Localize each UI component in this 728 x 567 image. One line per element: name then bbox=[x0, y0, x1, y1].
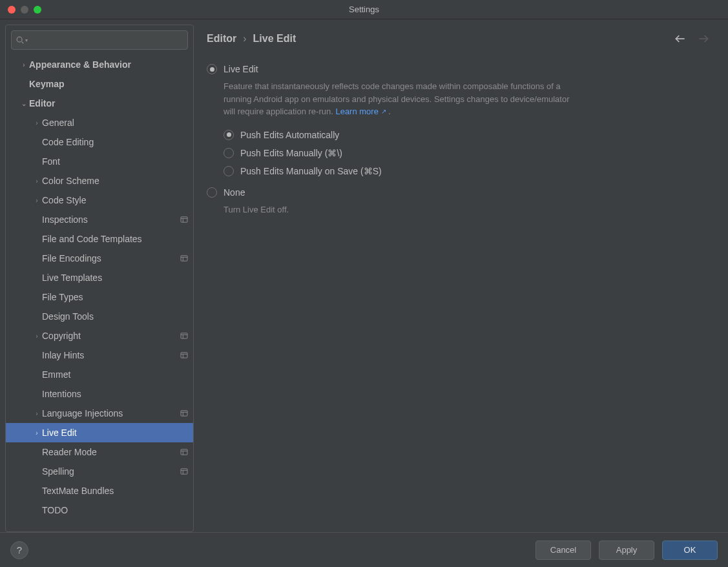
tree-item-label: Copyright bbox=[42, 331, 178, 341]
tree-item-label: File Types bbox=[42, 292, 188, 302]
settings-content: Editor › Live Edit Live Edit Feature tha… bbox=[194, 25, 723, 532]
tree-item-color-scheme[interactable]: ›Color Scheme bbox=[6, 171, 193, 191]
settings-sidebar: ▾ ›Appearance & BehaviorKeymap⌄Editor›Ge… bbox=[5, 25, 194, 532]
search-dropdown-icon[interactable]: ▾ bbox=[25, 37, 28, 43]
svg-rect-5 bbox=[181, 256, 187, 261]
tree-item-live-edit[interactable]: ›Live Edit bbox=[6, 423, 193, 442]
tree-item-design-tools[interactable]: Design Tools bbox=[6, 307, 193, 326]
tree-item-label: Inlay Hints bbox=[42, 350, 178, 360]
tree-item-keymap[interactable]: Keymap bbox=[6, 74, 193, 94]
settings-tree[interactable]: ›Appearance & BehaviorKeymap⌄Editor›Gene… bbox=[6, 55, 193, 531]
chevron-right-icon: › bbox=[32, 429, 42, 437]
nav-back-icon[interactable] bbox=[674, 32, 687, 45]
breadcrumb: Editor › Live Edit bbox=[207, 33, 296, 45]
tree-item-live-templates[interactable]: Live Templates bbox=[6, 268, 193, 287]
radio-icon bbox=[207, 187, 217, 198]
breadcrumb-separator: › bbox=[243, 33, 246, 45]
svg-rect-17 bbox=[181, 449, 187, 455]
breadcrumb-current: Live Edit bbox=[253, 33, 296, 45]
push-mode-subgroup: Push Edits Automatically Push Edits Manu… bbox=[207, 126, 710, 180]
radio-icon bbox=[224, 130, 234, 140]
tree-item-label: Live Edit bbox=[42, 428, 188, 438]
window-title: Settings bbox=[0, 5, 728, 14]
apply-button[interactable]: Apply bbox=[599, 541, 654, 560]
tree-item-label: Language Injections bbox=[42, 408, 178, 418]
titlebar: Settings bbox=[0, 0, 728, 19]
tree-item-lang-injections[interactable]: ›Language Injections bbox=[6, 404, 193, 423]
project-scope-icon bbox=[178, 350, 188, 360]
svg-line-1 bbox=[22, 42, 24, 44]
svg-rect-14 bbox=[181, 411, 187, 416]
tree-item-inlay-hints[interactable]: Inlay Hints bbox=[6, 345, 193, 365]
external-link-icon: ↗ bbox=[381, 107, 386, 116]
tree-item-label: File Encodings bbox=[42, 253, 178, 263]
window-controls bbox=[0, 6, 41, 14]
radio-icon bbox=[224, 148, 234, 158]
tree-item-label: Design Tools bbox=[42, 311, 188, 322]
dialog-footer: ? Cancel Apply OK bbox=[0, 532, 728, 567]
tree-item-editor[interactable]: ⌄Editor bbox=[6, 94, 193, 113]
chevron-right-icon: › bbox=[32, 119, 42, 127]
help-button[interactable]: ? bbox=[10, 541, 28, 559]
tree-item-textmate[interactable]: TextMate Bundles bbox=[6, 481, 193, 500]
radio-push-on-save[interactable]: Push Edits Manually on Save (⌘S) bbox=[224, 162, 710, 180]
chevron-right-icon: › bbox=[32, 197, 42, 204]
tree-item-copyright[interactable]: ›Copyright bbox=[6, 326, 193, 345]
tree-item-spelling[interactable]: Spelling bbox=[6, 462, 193, 481]
radio-push-manual[interactable]: Push Edits Manually (⌘\) bbox=[224, 144, 710, 162]
chevron-down-icon: ⌄ bbox=[19, 100, 29, 107]
minimize-window-button[interactable] bbox=[21, 6, 28, 14]
radio-icon bbox=[207, 64, 217, 74]
maximize-window-button[interactable] bbox=[34, 6, 41, 14]
tree-item-emmet[interactable]: Emmet bbox=[6, 365, 193, 384]
tree-item-label: File and Code Templates bbox=[42, 234, 188, 244]
tree-item-file-templates[interactable]: File and Code Templates bbox=[6, 229, 193, 249]
radio-live-edit[interactable]: Live Edit bbox=[207, 61, 710, 77]
learn-more-link[interactable]: Learn more ↗ bbox=[335, 107, 386, 116]
tree-item-inspections[interactable]: Inspections bbox=[6, 210, 193, 229]
svg-point-0 bbox=[17, 37, 22, 42]
tree-item-label: Live Templates bbox=[42, 273, 188, 283]
tree-item-file-encodings[interactable]: File Encodings bbox=[6, 249, 193, 268]
tree-item-reader-mode[interactable]: Reader Mode bbox=[6, 442, 193, 462]
tree-item-label: TextMate Bundles bbox=[42, 486, 188, 496]
svg-rect-11 bbox=[181, 353, 187, 358]
tree-item-file-types[interactable]: File Types bbox=[6, 287, 193, 307]
ok-button[interactable]: OK bbox=[662, 541, 718, 560]
tree-item-label: Inspections bbox=[42, 214, 178, 225]
tree-item-code-style[interactable]: ›Code Style bbox=[6, 191, 193, 210]
search-icon bbox=[16, 36, 25, 45]
chevron-right-icon: › bbox=[19, 61, 29, 68]
main-area: ▾ ›Appearance & BehaviorKeymap⌄Editor›Ge… bbox=[0, 19, 728, 532]
tree-item-code-editing[interactable]: Code Editing bbox=[6, 132, 193, 152]
live-edit-description: Feature that instantaneously reflects co… bbox=[207, 77, 581, 126]
radio-push-auto[interactable]: Push Edits Automatically bbox=[224, 126, 710, 144]
chevron-right-icon: › bbox=[32, 333, 42, 340]
tree-item-intentions[interactable]: Intentions bbox=[6, 384, 193, 404]
svg-rect-8 bbox=[181, 333, 187, 338]
tree-item-todo[interactable]: TODO bbox=[6, 500, 193, 520]
tree-item-label: Intentions bbox=[42, 389, 188, 399]
close-window-button[interactable] bbox=[8, 6, 16, 14]
tree-item-label: Code Editing bbox=[42, 137, 188, 147]
project-scope-icon bbox=[178, 466, 188, 477]
tree-item-font[interactable]: Font bbox=[6, 152, 193, 171]
radio-label: Push Edits Manually on Save (⌘S) bbox=[240, 166, 382, 176]
project-scope-icon bbox=[178, 214, 188, 225]
radio-none[interactable]: None bbox=[207, 184, 710, 201]
project-scope-icon bbox=[178, 408, 188, 418]
project-scope-icon bbox=[178, 331, 188, 341]
search-input[interactable] bbox=[11, 30, 188, 50]
radio-label: None bbox=[224, 187, 245, 198]
tree-item-label: Spelling bbox=[42, 466, 178, 477]
tree-item-general[interactable]: ›General bbox=[6, 113, 193, 132]
tree-item-label: Appearance & Behavior bbox=[29, 59, 188, 70]
live-edit-mode-group: Live Edit Feature that instantaneously r… bbox=[207, 61, 710, 223]
svg-rect-2 bbox=[181, 217, 187, 222]
cancel-button[interactable]: Cancel bbox=[536, 541, 591, 560]
nav-forward-icon bbox=[697, 32, 710, 45]
tree-item-label: Color Scheme bbox=[42, 176, 188, 186]
chevron-right-icon: › bbox=[32, 178, 42, 185]
radio-label: Push Edits Automatically bbox=[240, 130, 339, 140]
tree-item-appearance[interactable]: ›Appearance & Behavior bbox=[6, 55, 193, 74]
